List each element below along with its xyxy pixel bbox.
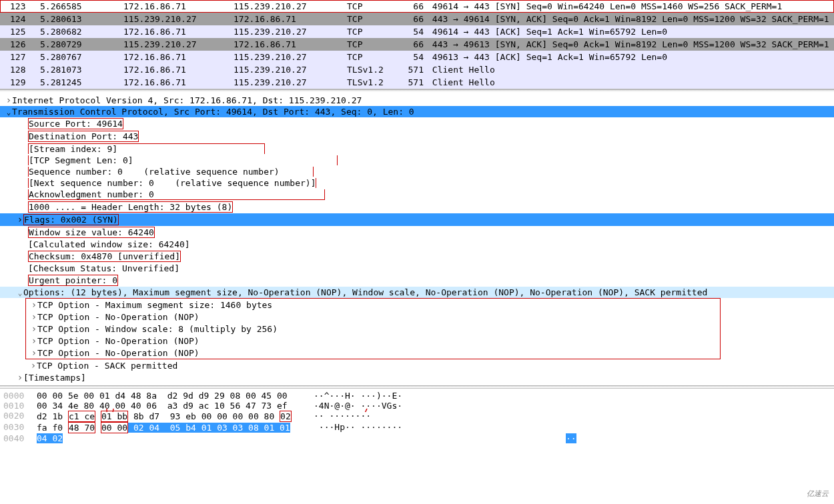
opt-nop2[interactable]: TCP Option - No-Operation (NOP): [26, 335, 720, 347]
sequence-number[interactable]: Sequence number: 0 (relative sequence nu…: [0, 166, 834, 177]
packet-row[interactable]: 1285.281073172.16.86.71115.239.210.27TLS…: [0, 63, 834, 76]
ip-header-line[interactable]: Internet Protocol Version 4, Src: 172.16…: [0, 94, 834, 106]
flags[interactable]: Flags: 0x002 (SYN): [0, 213, 834, 226]
packet-row[interactable]: 1255.280682172.16.86.71115.239.210.27TCP…: [0, 25, 834, 38]
ack-number[interactable]: Acknowledgment number: 0: [0, 189, 834, 201]
hex-row[interactable]: 0040 04 02 ··: [0, 433, 834, 443]
stream-index[interactable]: [Stream index: 9]: [0, 143, 834, 155]
calc-window[interactable]: [Calculated window size: 64240]: [0, 239, 834, 250]
opt-mss[interactable]: TCP Option - Maximum segment size: 1460 …: [26, 299, 720, 311]
packet-row[interactable]: 1295.281245172.16.86.71115.239.210.27TLS…: [0, 76, 834, 89]
hex-offset: 0000: [0, 391, 37, 401]
packet-row[interactable]: 1265.280729115.239.210.27172.16.86.71TCP…: [0, 38, 834, 51]
packet-list[interactable]: 1235.266585172.16.86.71115.239.210.27TCP…: [0, 0, 834, 89]
urgent-pointer[interactable]: Urgent pointer: 0: [0, 274, 834, 287]
header-length[interactable]: 1000 .... = Header Length: 32 bytes (8): [0, 201, 834, 213]
packet-row[interactable]: 1235.266585172.16.86.71115.239.210.27TCP…: [0, 0, 834, 13]
tcp-seg-len[interactable]: [TCP Segment Len: 0]: [0, 155, 834, 166]
opt-nop3[interactable]: TCP Option - No-Operation (NOP): [26, 347, 720, 359]
hex-pane[interactable]: 0000 00 00 5e 00 01 d4 48 8a d2 9d d9 29…: [0, 388, 834, 445]
details-tree[interactable]: Internet Protocol Version 4, Src: 172.16…: [0, 92, 834, 385]
packet-row[interactable]: 1275.280767172.16.86.71115.239.210.27TCP…: [0, 51, 834, 63]
window-size[interactable]: Window size value: 64240: [0, 226, 834, 239]
opt-ws[interactable]: TCP Option - Window scale: 8 (multiply b…: [26, 323, 720, 335]
hex-row[interactable]: 0010 00 34 4e 80 40 00 40 06 a3 d9 ac 10…: [0, 401, 834, 411]
opt-nop1[interactable]: TCP Option - No-Operation (NOP): [26, 311, 720, 323]
next-seq[interactable]: [Next sequence number: 0 (relative seque…: [0, 177, 834, 189]
tcp-header-line[interactable]: Transmission Control Protocol, Src Port:…: [0, 106, 834, 117]
opt-sack[interactable]: TCP Option - SACK permitted: [0, 359, 834, 371]
checksum-status[interactable]: [Checksum Status: Unverified]: [0, 263, 834, 274]
timestamps[interactable]: [Timestamps]: [0, 371, 834, 383]
source-port[interactable]: Source Port: 49614: [0, 117, 834, 130]
checksum[interactable]: Checksum: 0x4870 [unverified]: [0, 250, 834, 263]
options[interactable]: Options: (12 bytes), Maximum segment siz…: [0, 287, 834, 298]
dest-port[interactable]: Destination Port: 443: [0, 130, 834, 143]
hex-row[interactable]: 0020 d2 1b c1 ce 01 bb 8b d7 93 eb 00 00…: [0, 411, 834, 422]
packet-row[interactable]: 1245.280613115.239.210.27172.16.86.71TCP…: [0, 13, 834, 25]
hex-row[interactable]: 0030 fa f0 48 70 00 00 02 04 05 b4 01 03…: [0, 422, 834, 433]
hex-row[interactable]: 0000 00 00 5e 00 01 d4 48 8a d2 9d d9 29…: [0, 391, 834, 401]
